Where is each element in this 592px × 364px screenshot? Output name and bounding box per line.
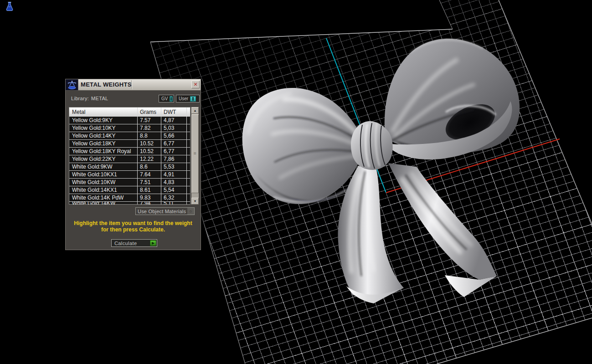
- scroll-down-button[interactable]: ▼: [191, 198, 199, 205]
- library-value: METAL: [91, 96, 108, 101]
- calculate-button[interactable]: Calculate ▶: [111, 239, 157, 247]
- table-header: Metal Grams DWT: [69, 108, 190, 117]
- metal-table: Metal Grams DWT Yellow Gold:9KY 7.57 4,8…: [69, 107, 190, 205]
- gv-toggle[interactable]: GV: [159, 95, 174, 103]
- table-row[interactable]: White Gold:14KX1 8.61 5,54: [69, 186, 190, 194]
- metal-table-area: Metal Grams DWT Yellow Gold:9KY 7.57 4,8…: [69, 107, 199, 205]
- scroll-down-icon: ▼: [194, 200, 197, 203]
- scrollbar-track[interactable]: ≡: [191, 114, 199, 198]
- balance-scale-icon: [66, 79, 78, 90]
- table-row[interactable]: White Gold:9KW 8.6 5,53: [69, 163, 190, 171]
- table-row[interactable]: Yellow Gold:18KY Royal 10.52 6,77: [69, 148, 190, 155]
- scrollbar-thumb[interactable]: ≡: [191, 114, 199, 193]
- application-screen: { "window": { "title": "METAL WEIGHTS", …: [0, 0, 592, 364]
- metal-weights-dialog: METAL WEIGHTS ✕ Library:METAL GV User Me…: [65, 79, 201, 250]
- column-header-metal: Metal: [69, 108, 138, 117]
- dialog-titlebar[interactable]: METAL WEIGHTS ✕: [66, 79, 201, 91]
- table-row[interactable]: Yellow Gold:22KY 12.22 7,86: [69, 155, 190, 163]
- use-object-materials-control[interactable]: Use Object Materials ○: [135, 207, 195, 215]
- gv-indicator: [170, 96, 173, 102]
- close-button[interactable]: ✕: [191, 81, 200, 88]
- column-header-extra: [187, 108, 190, 117]
- play-icon: ▶: [150, 240, 156, 246]
- radio-circle-icon: ○: [187, 208, 194, 215]
- instruction-line1: Highlight the item you want to find the …: [66, 220, 201, 226]
- library-label: Library:METAL: [71, 96, 108, 101]
- table-row[interactable]: White Gold:14K PdW 9.83 6,32: [69, 194, 190, 202]
- instruction-line2: for then press Calculate.: [66, 226, 201, 233]
- use-object-materials-label: Use Object Materials: [138, 209, 186, 214]
- scroll-up-button[interactable]: ▲: [191, 107, 199, 114]
- thumb-grip-icon: ≡: [194, 152, 196, 155]
- table-row[interactable]: White Gold:10KX1 7.64 4,91: [69, 171, 190, 179]
- dialog-title: METAL WEIGHTS: [81, 81, 132, 88]
- close-icon: ✕: [193, 82, 197, 87]
- table-scrollbar[interactable]: ▲ ≡ ▼: [191, 107, 199, 205]
- table-body: Yellow Gold:9KY 7.57 4,87 Yellow Gold:10…: [69, 117, 190, 205]
- flask-icon: [5, 1, 14, 12]
- calculate-label: Calculate: [112, 241, 137, 246]
- scroll-up-icon: ▲: [194, 109, 197, 112]
- user-toggle[interactable]: User: [176, 95, 200, 103]
- table-row[interactable]: Yellow Gold:18KY 10.52 6,77: [69, 140, 190, 148]
- instruction-text: Highlight the item you want to find the …: [66, 220, 201, 233]
- table-row[interactable]: Yellow Gold:10KY 7.82 5,03: [69, 124, 190, 132]
- titlebar-divider: [131, 80, 132, 89]
- dialog-body: Library:METAL GV User Metal Grams DWT Ye…: [66, 91, 201, 251]
- table-row[interactable]: White Gold:14KW 7.94 5,11: [69, 202, 190, 205]
- table-row[interactable]: Yellow Gold:14KY 8.8 5,66: [69, 132, 190, 140]
- column-header-dwt: DWT: [161, 108, 187, 117]
- user-indicator: [190, 96, 196, 102]
- table-row[interactable]: White Gold:10KW 7.51 4,83: [69, 179, 190, 186]
- ribbon-bow-model: [242, 39, 520, 303]
- table-row[interactable]: Yellow Gold:9KY 7.57 4,87: [69, 117, 190, 124]
- column-header-grams: Grams: [138, 108, 161, 117]
